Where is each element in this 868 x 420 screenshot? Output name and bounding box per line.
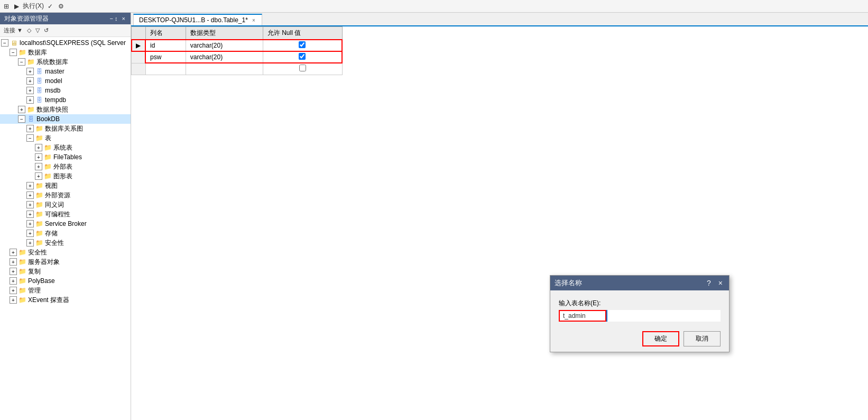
select-name-dialog: 选择名称 ? × 输入表名称(E): 确定 取消: [550, 275, 730, 352]
dialog-controls: ? ×: [705, 279, 725, 287]
dialog-input-right[interactable]: [606, 310, 721, 322]
dialog-field-label: 输入表名称(E):: [559, 299, 721, 308]
dialog-close-btn[interactable]: ×: [716, 279, 725, 287]
dialog-help-btn[interactable]: ?: [705, 279, 713, 287]
dialog-titlebar: 选择名称 ? ×: [550, 276, 729, 290]
dialog-input-group: [559, 310, 721, 322]
dialog-content: 输入表名称(E): 确定 取消: [550, 290, 729, 352]
dialog-cancel-button[interactable]: 取消: [684, 331, 721, 346]
dialog-ok-button[interactable]: 确定: [642, 331, 679, 346]
dialog-title: 选择名称: [555, 278, 582, 288]
dialog-input-left[interactable]: [559, 310, 606, 322]
dialog-buttons: 确定 取消: [559, 328, 721, 346]
dialog-overlay: 选择名称 ? × 输入表名称(E): 确定 取消: [0, 0, 868, 420]
